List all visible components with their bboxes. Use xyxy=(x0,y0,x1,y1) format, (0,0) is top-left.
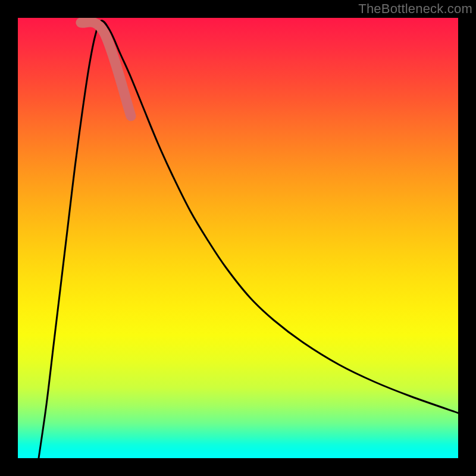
chart-frame: TheBottleneck.com xyxy=(0,0,476,476)
watermark-text: TheBottleneck.com xyxy=(358,1,472,17)
plot-area xyxy=(18,18,458,458)
background-gradient xyxy=(18,18,458,458)
